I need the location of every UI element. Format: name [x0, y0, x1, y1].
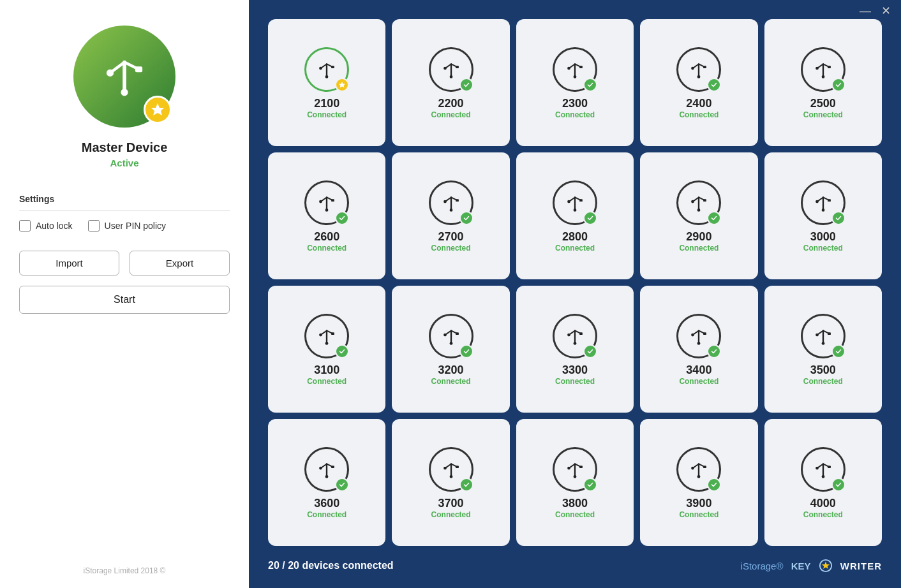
checkmark-icon — [835, 214, 842, 222]
minimize-button[interactable]: — — [860, 5, 871, 17]
device-card-4000[interactable]: 4000Connected — [764, 419, 882, 546]
device-card-2200[interactable]: 2200Connected — [392, 19, 509, 146]
start-button[interactable]: Start — [19, 286, 230, 314]
device-usb-wrap-2700 — [429, 180, 473, 225]
svg-rect-54 — [579, 199, 583, 202]
brand-writer: WRITER — [840, 561, 882, 571]
svg-point-89 — [692, 333, 695, 336]
usb-icon — [315, 457, 339, 481]
device-card-3000[interactable]: 3000Connected — [764, 152, 882, 279]
device-number-3300: 3300 — [562, 364, 588, 378]
device-number-3500: 3500 — [810, 364, 836, 378]
usb-icon — [563, 191, 587, 215]
device-card-2500[interactable]: 2500Connected — [764, 19, 882, 146]
user-pin-checkbox[interactable] — [88, 220, 100, 232]
usb-icon — [315, 324, 339, 348]
device-card-2700[interactable]: 2700Connected — [392, 152, 509, 279]
device-number-2500: 2500 — [810, 97, 836, 111]
check-badge — [459, 344, 473, 358]
device-usb-wrap-4000 — [801, 447, 845, 492]
device-status-2100: Connected — [307, 110, 346, 119]
device-usb-wrap-2200 — [429, 47, 473, 92]
device-card-3500[interactable]: 3500Connected — [764, 286, 882, 413]
svg-rect-60 — [704, 199, 707, 202]
right-footer: 20 / 20 devices connected iStorage® KEY … — [262, 552, 888, 575]
svg-marker-6 — [151, 103, 164, 115]
device-number-3600: 3600 — [314, 497, 339, 511]
usb-icon — [687, 457, 711, 481]
checkmark-icon — [338, 348, 346, 355]
device-status-2400: Connected — [679, 110, 719, 119]
svg-point-59 — [692, 200, 695, 203]
device-number-2400: 2400 — [686, 97, 711, 111]
svg-point-49 — [449, 209, 452, 212]
device-card-2900[interactable]: 2900Connected — [640, 152, 757, 279]
device-card-3300[interactable]: 3300Connected — [516, 286, 634, 413]
svg-point-77 — [443, 333, 447, 336]
usb-icon — [439, 324, 463, 348]
device-status-3500: Connected — [803, 377, 843, 386]
device-usb-wrap-3200 — [429, 314, 473, 358]
svg-point-35 — [815, 66, 819, 70]
device-card-2300[interactable]: 2300Connected — [516, 19, 634, 146]
checkmark-icon — [586, 214, 594, 222]
svg-point-83 — [567, 333, 570, 336]
svg-rect-108 — [456, 466, 459, 468]
checkmark-icon — [463, 214, 470, 222]
device-status-3800: Connected — [555, 510, 595, 519]
usb-icon — [439, 57, 463, 82]
device-usb-wrap-3400 — [676, 314, 721, 358]
export-button[interactable]: Export — [130, 251, 230, 276]
svg-point-53 — [567, 200, 570, 203]
svg-point-85 — [574, 342, 577, 345]
settings-section: Settings Auto lock User PIN policy — [19, 194, 230, 232]
device-status-3600: Connected — [307, 510, 346, 519]
device-status-4000: Connected — [803, 510, 843, 519]
device-number-2800: 2800 — [562, 230, 588, 244]
check-badge — [831, 78, 845, 92]
svg-point-55 — [574, 209, 577, 212]
device-card-2600[interactable]: 2600Connected — [268, 152, 385, 279]
device-card-2400[interactable]: 2400Connected — [640, 19, 757, 146]
auto-lock-item[interactable]: Auto lock — [19, 220, 73, 232]
svg-rect-42 — [331, 199, 334, 202]
device-card-2800[interactable]: 2800Connected — [516, 152, 634, 279]
svg-point-109 — [449, 475, 452, 478]
svg-rect-30 — [704, 66, 707, 68]
device-card-3400[interactable]: 3400Connected — [640, 286, 757, 413]
check-badge — [707, 211, 721, 225]
device-card-2100[interactable]: 2100Connected — [268, 19, 385, 146]
device-card-3600[interactable]: 3600Connected — [268, 419, 385, 546]
checkmark-icon — [586, 81, 594, 89]
device-card-3800[interactable]: 3800Connected — [516, 419, 634, 546]
right-panel: 2100Connected 2200Connected 2300Connecte… — [249, 0, 901, 588]
checkmark-icon — [835, 348, 842, 355]
svg-point-119 — [692, 466, 695, 469]
usb-icon — [563, 457, 587, 481]
svg-rect-78 — [456, 332, 459, 335]
import-button[interactable]: Import — [19, 251, 119, 276]
svg-rect-4 — [135, 66, 142, 72]
master-device-icon — [73, 26, 175, 128]
usb-icon — [687, 191, 711, 215]
device-usb-wrap-2100 — [304, 47, 349, 92]
auto-lock-checkbox[interactable] — [19, 220, 31, 232]
device-card-3200[interactable]: 3200Connected — [392, 286, 509, 413]
svg-point-121 — [697, 475, 701, 478]
device-number-3000: 3000 — [810, 230, 836, 244]
device-card-3100[interactable]: 3100Connected — [268, 286, 385, 413]
device-status-3900: Connected — [679, 510, 719, 519]
svg-rect-36 — [828, 66, 831, 68]
usb-icon — [563, 57, 587, 82]
check-badge — [335, 211, 349, 225]
left-panel: Master Device Active Settings Auto lock … — [0, 0, 249, 588]
device-number-3200: 3200 — [438, 364, 464, 378]
user-pin-item[interactable]: User PIN policy — [88, 220, 166, 232]
device-card-3900[interactable]: 3900Connected — [640, 419, 757, 546]
device-card-3700[interactable]: 3700Connected — [392, 419, 509, 546]
svg-point-12 — [325, 75, 329, 78]
device-usb-wrap-3100 — [304, 314, 349, 358]
device-number-2900: 2900 — [686, 230, 711, 244]
svg-rect-72 — [331, 332, 334, 335]
close-button[interactable]: ✕ — [881, 5, 891, 17]
